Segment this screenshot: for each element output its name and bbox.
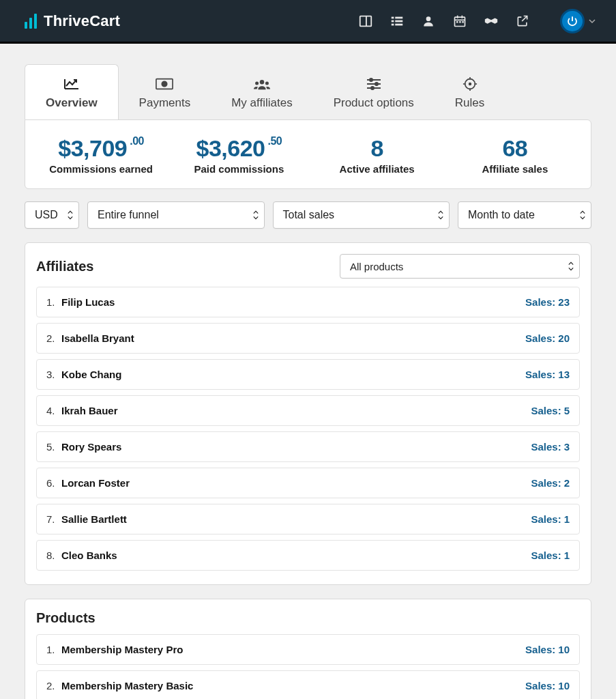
sales-value: 2: [564, 477, 570, 489]
list-item[interactable]: 5.Rory SpearsSales: 3: [36, 431, 580, 462]
svg-rect-12: [462, 15, 463, 18]
sales-label: Sales:: [531, 513, 561, 525]
row-name: Isabella Bryant: [61, 332, 525, 344]
list-item[interactable]: 7.Sallie BartlettSales: 1: [36, 504, 580, 534]
list-icon[interactable]: [390, 14, 405, 29]
tab-label: My affiliates: [231, 96, 292, 110]
row-index: 7.: [46, 513, 61, 525]
select-arrows-icon: [568, 261, 574, 271]
svg-rect-4: [392, 20, 394, 22]
tab-overview[interactable]: Overview: [25, 64, 119, 119]
list-item[interactable]: 1.Filip LucasSales: 23: [36, 287, 580, 317]
panel-title: Affiliates: [36, 259, 93, 274]
svg-point-21: [265, 82, 269, 85]
page-content: Overview Payments My affiliates Product …: [0, 44, 616, 699]
stat-affiliate-sales: 68 Affiliate sales: [446, 135, 584, 175]
metric-select[interactable]: Total sales: [273, 201, 450, 229]
list-item[interactable]: 8.Cleo BanksSales: 1: [36, 540, 580, 571]
tab-label: Payments: [139, 96, 191, 110]
brand[interactable]: ThriveCart: [25, 12, 120, 30]
stat-active-affiliates: 8 Active affiliates: [308, 135, 446, 175]
stat-label: Affiliate sales: [446, 163, 584, 175]
power-icon: [560, 9, 585, 33]
top-nav-icons: [358, 9, 596, 33]
row-index: 1.: [46, 296, 61, 308]
tab-rules[interactable]: Rules: [435, 65, 505, 119]
row-name: Cleo Banks: [61, 550, 531, 561]
list-item[interactable]: 3.Kobe ChangSales: 13: [36, 359, 580, 390]
select-value: Total sales: [283, 209, 335, 221]
stat-paid-commissions: $3,620.50 Paid commissions: [170, 135, 308, 175]
list-item[interactable]: 2.Isabella BryantSales: 20: [36, 323, 580, 354]
sales-label: Sales:: [525, 332, 555, 344]
dashboard-panels-icon[interactable]: [358, 14, 373, 29]
export-icon[interactable]: [515, 14, 530, 29]
account-menu[interactable]: [560, 9, 596, 33]
filter-row: USD Entire funnel Total sales Month to d…: [25, 201, 591, 229]
row-name: Sallie Bartlett: [61, 513, 531, 525]
currency-select[interactable]: USD: [25, 201, 79, 229]
sliders-icon: [365, 77, 383, 91]
stat-label: Active affiliates: [308, 163, 446, 175]
row-index: 3.: [46, 369, 61, 380]
select-value: Month to date: [468, 209, 535, 221]
product-filter-select[interactable]: All products: [340, 254, 580, 279]
list-item[interactable]: 1.Membership Mastery ProSales: 10: [36, 634, 580, 665]
calendar-icon[interactable]: [452, 14, 467, 29]
stat-value-cents: .00: [130, 135, 144, 147]
svg-rect-13: [456, 21, 458, 23]
select-arrows-icon: [438, 210, 443, 220]
date-range-select[interactable]: Month to date: [458, 201, 591, 229]
sales-value: 1: [564, 513, 570, 525]
stat-value-main: $3,620: [196, 135, 265, 161]
select-value: Entire funnel: [98, 209, 159, 221]
affiliates-panel: Affiliates All products 1.Filip LucasSal…: [25, 242, 591, 585]
sales-label: Sales:: [525, 296, 555, 308]
sales-label: Sales:: [525, 369, 555, 380]
stats-card: $3,709.00 Commissions earned $3,620.50 P…: [25, 119, 591, 189]
row-index: 5.: [46, 441, 61, 453]
row-index: 4.: [46, 405, 61, 416]
svg-rect-15: [462, 21, 464, 23]
svg-point-25: [375, 83, 378, 85]
stat-value-cents: .50: [268, 135, 282, 147]
tab-label: Rules: [455, 96, 484, 110]
tab-payments[interactable]: Payments: [119, 65, 211, 119]
sales-value: 10: [558, 680, 570, 691]
row-index: 2.: [46, 680, 61, 691]
brand-name: ThriveCart: [44, 12, 120, 30]
tab-label: Overview: [46, 96, 98, 110]
stat-label: Commissions earned: [32, 163, 170, 175]
list-item[interactable]: 2.Membership Mastery BasicSales: 10: [36, 670, 580, 699]
sales-value: 5: [564, 405, 570, 416]
sales-label: Sales:: [531, 550, 561, 561]
svg-rect-2: [392, 16, 394, 18]
svg-point-8: [426, 16, 431, 21]
row-name: Kobe Chang: [61, 369, 525, 380]
handshake-icon[interactable]: [484, 14, 499, 29]
select-arrows-icon: [580, 210, 585, 220]
stat-value-main: $3,709: [58, 135, 127, 161]
row-name: Membership Mastery Basic: [61, 680, 525, 691]
tab-label: Product options: [334, 96, 414, 110]
svg-point-23: [370, 79, 372, 81]
funnel-select[interactable]: Entire funnel: [87, 201, 265, 229]
list-item[interactable]: 4.Ikrah BauerSales: 5: [36, 395, 580, 426]
svg-point-33: [469, 83, 471, 85]
row-index: 8.: [46, 550, 61, 561]
sales-label: Sales:: [525, 680, 555, 691]
tab-my-affiliates[interactable]: My affiliates: [211, 65, 312, 119]
top-bar: ThriveCart: [0, 0, 616, 44]
list-item[interactable]: 6.Lorcan FosterSales: 2: [36, 468, 580, 498]
stat-label: Paid commissions: [170, 163, 308, 175]
row-index: 2.: [46, 332, 61, 344]
svg-rect-6: [392, 23, 394, 25]
sales-label: Sales:: [531, 477, 561, 489]
tab-product-options[interactable]: Product options: [313, 65, 435, 119]
svg-rect-11: [457, 15, 458, 18]
row-index: 6.: [46, 477, 61, 489]
stat-commissions-earned: $3,709.00 Commissions earned: [32, 135, 170, 175]
chevron-down-icon: [589, 18, 596, 25]
user-icon[interactable]: [421, 14, 436, 29]
products-panel: Products 1.Membership Mastery ProSales: …: [25, 599, 591, 699]
